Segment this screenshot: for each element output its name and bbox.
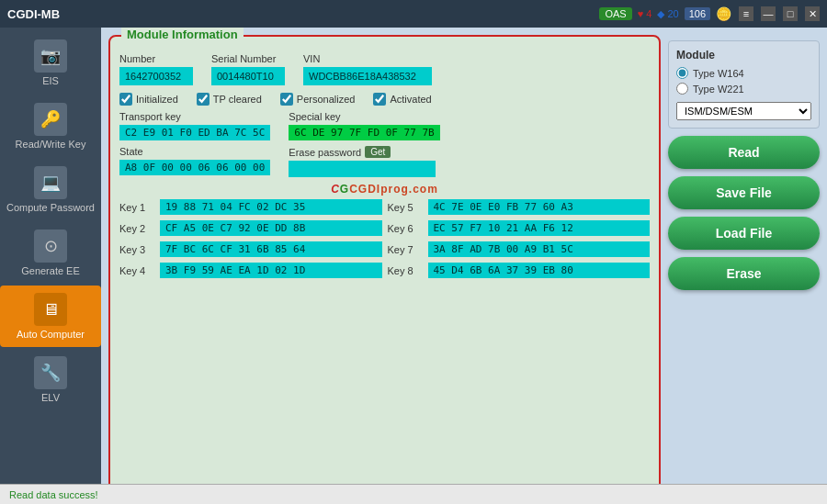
state-erase-row: State A8 0F 00 00 06 06 00 00 Erase pass… [119,146,650,177]
main-layout: 📷 EIS 🔑 Read/Write Key 💻 Compute Passwor… [0,28,827,504]
coin-icon: 🪙 [716,6,731,21]
personalized-checkbox[interactable]: Personalized [280,93,356,106]
key-row-7: Key 7 3A 8F AD 7B 00 A9 B1 5C [388,241,651,257]
heart-icon: ♥ 4 [638,8,652,19]
sidebar-item-rw-key[interactable]: 🔑 Read/Write Key [0,95,101,157]
key-8-label: Key 8 [388,265,423,276]
number-label: Number [119,53,193,64]
erase-password-group: Erase password Get [289,146,436,177]
key-1-value: 19 88 71 04 FC 02 DC 35 [160,199,382,215]
erase-button[interactable]: Erase [668,257,820,290]
sidebar-label-elv: ELV [41,392,60,403]
minimize-button[interactable]: — [761,6,776,21]
serial-label: Serial Number [211,53,285,64]
key-row-6: Key 6 EC 57 F7 10 21 AA F6 12 [388,220,651,236]
personalized-input[interactable] [280,93,293,106]
key-row-5: Key 5 4C 7E 0E E0 FB 77 60 A3 [388,199,651,215]
menu-button[interactable]: ≡ [739,6,753,21]
vin-field-group: VIN WDCBB86E18A438532 [303,53,432,85]
get-button[interactable]: Get [365,146,391,158]
elv-icon: 🔧 [34,356,67,389]
title-bar: CGDI-MB OAS ♥ 4 ◆ 20 106 🪙 ≡ — □ ✕ [0,0,827,28]
counter-box: 106 [685,7,710,20]
sidebar: 📷 EIS 🔑 Read/Write Key 💻 Compute Passwor… [0,28,101,504]
checkboxes-row: Initialized TP cleared Personalized Acti… [119,93,650,106]
initialized-label: Initialized [136,94,178,105]
sidebar-item-compute-pwd[interactable]: 💻 Compute Password [0,159,101,220]
status-message: Read data success! [9,489,98,500]
erase-password-label: Erase password [289,147,361,158]
key-5-label: Key 5 [388,202,423,213]
key-row-4: Key 4 3B F9 59 AE EA 1D 02 1D [119,263,382,278]
special-key-label: Special key [289,111,439,122]
panel-title: Module Information [121,28,244,41]
keys-grid: Key 1 19 88 71 04 FC 02 DC 35 Key 5 4C 7… [119,199,650,278]
state-label: State [119,146,270,157]
load-file-button[interactable]: Load File [668,217,820,250]
radio-type-w221[interactable]: Type W221 [676,83,811,95]
top-fields-row: Number 1642700352 Serial Number 0014480T… [119,53,650,85]
generate-ee-icon: ⊙ [34,230,67,263]
app-title: CGDI-MB [7,7,60,21]
close-button[interactable]: ✕ [805,6,820,21]
vin-label: VIN [303,53,432,64]
radio-w221-input[interactable] [676,83,688,95]
title-right: OAS ♥ 4 ◆ 20 106 🪙 ≡ — □ ✕ [599,6,820,21]
auto-computer-icon: 🖥 [34,293,67,326]
initialized-checkbox[interactable]: Initialized [119,93,178,106]
key-5-value: 4C 7E 0E E0 FB 77 60 A3 [428,199,651,215]
save-file-button[interactable]: Save File [668,176,820,209]
sidebar-label-eis: EIS [42,75,59,86]
key-1-label: Key 1 [119,202,154,213]
activated-input[interactable] [373,93,386,106]
tp-cleared-checkbox[interactable]: TP cleared [197,93,262,106]
maximize-button[interactable]: □ [783,6,798,21]
module-section-title: Module [676,49,811,62]
serial-value: 0014480T10 [211,67,285,85]
module-section: Module Type W164 Type W221 ISM/DSM/ESM E… [668,40,820,129]
key-row-8: Key 8 45 D4 6B 6A 37 39 EB 80 [388,263,651,278]
key-3-label: Key 3 [119,244,154,255]
initialized-input[interactable] [119,93,132,106]
sidebar-item-elv[interactable]: 🔧 ELV [0,349,101,410]
activated-checkbox[interactable]: Activated [373,93,431,106]
key-7-value: 3A 8F AD 7B 00 A9 B1 5C [428,241,651,257]
key-row-1: Key 1 19 88 71 04 FC 02 DC 35 [119,199,382,215]
key-8-value: 45 D4 6B 6A 37 39 EB 80 [428,263,651,278]
radio-w164-label: Type W164 [693,68,744,79]
key-3-value: 7F BC 6C CF 31 6B 85 64 [160,241,382,257]
transport-key-value: C2 E9 01 F0 ED BA 7C 5C [119,125,270,140]
special-key-group: Special key 6C DE 97 7F FD 0F 77 7B [289,111,439,140]
erase-row-inner: Erase password Get [289,146,436,158]
rw-key-icon: 🔑 [34,103,67,136]
sidebar-item-auto-computer[interactable]: 🖥 Auto Computer [0,286,101,347]
key-7-label: Key 7 [388,244,423,255]
radio-w164-input[interactable] [676,67,688,79]
radio-type-w164[interactable]: Type W164 [676,67,811,79]
key-4-label: Key 4 [119,265,154,276]
erase-password-value [289,161,436,177]
module-info-panel: Module Information Number 1642700352 Ser… [108,35,661,497]
tp-cleared-input[interactable] [197,93,210,106]
compute-pwd-icon: 💻 [34,166,67,199]
serial-field-group: Serial Number 0014480T10 [211,53,285,85]
transport-key-label: Transport key [119,111,270,122]
key-6-label: Key 6 [388,223,423,234]
key-row-2: Key 2 CF A5 0E C7 92 0E DD 8B [119,220,382,236]
key-2-value: CF A5 0E C7 92 0E DD 8B [160,220,382,236]
sidebar-label-generate-ee: Generate EE [21,265,80,276]
transport-key-group: Transport key C2 E9 01 F0 ED BA 7C 5C [119,111,270,140]
status-bar: Read data success! [0,484,827,504]
sidebar-item-eis[interactable]: 📷 EIS [0,32,101,94]
content-area: Module Information Number 1642700352 Ser… [101,28,827,504]
key-4-value: 3B F9 59 AE EA 1D 02 1D [160,263,382,278]
module-dropdown[interactable]: ISM/DSM/ESM EIS ELV [676,102,811,120]
diamond-icon: ◆ 20 [657,8,678,20]
sidebar-label-rw-key: Read/Write Key [16,139,86,150]
transport-special-row: Transport key C2 E9 01 F0 ED BA 7C 5C Sp… [119,111,650,140]
read-button[interactable]: Read [668,136,820,169]
sidebar-item-generate-ee[interactable]: ⊙ Generate EE [0,222,101,284]
radio-w221-label: Type W221 [693,84,744,95]
right-panel: Module Type W164 Type W221 ISM/DSM/ESM E… [668,35,820,497]
number-value: 1642700352 [119,67,193,85]
